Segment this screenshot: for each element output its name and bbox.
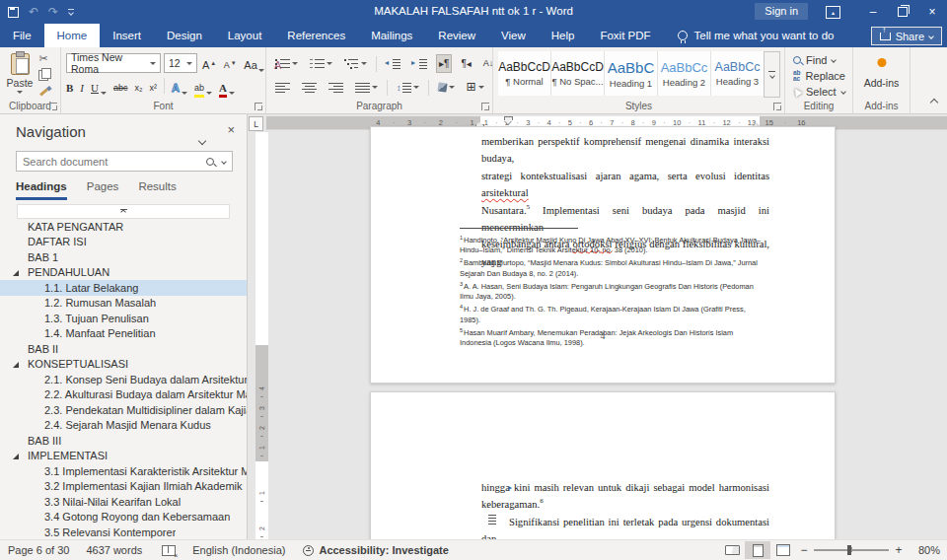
search-options-chevron-icon[interactable] [221, 159, 227, 165]
save-icon[interactable] [8, 7, 19, 18]
nav-tab-headings[interactable]: Headings [16, 180, 67, 200]
nav-tab-results[interactable]: Results [138, 180, 176, 200]
line-spacing-button[interactable]: ↕ [394, 79, 422, 97]
superscript-button[interactable]: x² [149, 82, 157, 95]
zoom-slider[interactable] [814, 549, 889, 551]
decrease-indent-button[interactable] [383, 55, 403, 73]
borders-button[interactable]: ⊞ [464, 78, 487, 97]
jump-to-top-button[interactable] [17, 204, 230, 219]
nav-heading-item[interactable]: IMPLEMENTASI [0, 449, 247, 464]
ribbon-tab-references[interactable]: References [274, 24, 358, 47]
addins-button[interactable]: Add-ins [853, 77, 910, 89]
underline-button[interactable]: U [91, 82, 107, 95]
redo-icon[interactable]: ↷ [48, 6, 58, 18]
nav-heading-item[interactable]: 3.5 Relevansi Kontemporer [0, 525, 247, 540]
nav-heading-item[interactable]: DAFTAR ISI [0, 235, 247, 250]
tab-stop-selector[interactable]: L [249, 116, 263, 131]
justify-button[interactable] [352, 79, 381, 97]
grow-font-button[interactable]: A▲ [200, 54, 218, 72]
highlight-color-button[interactable]: ab [194, 82, 212, 95]
style-card-heading-3[interactable]: AaBbCcHeading 3 [711, 51, 765, 96]
bullets-button[interactable] [272, 55, 301, 73]
accessibility-status[interactable]: Accessibility: Investigate [319, 544, 448, 556]
ltr-direction-button[interactable]: ▸¶ [436, 54, 452, 73]
search-icon[interactable] [206, 158, 214, 166]
share-button[interactable]: Share [871, 27, 942, 45]
restore-button[interactable] [888, 0, 917, 24]
rtl-direction-button[interactable]: ¶◂ [458, 54, 474, 73]
styles-gallery-more-button[interactable] [764, 51, 780, 98]
nav-heading-item[interactable]: PENDAHULUAN [0, 265, 247, 281]
ribbon-tab-mailings[interactable]: Mailings [358, 24, 425, 47]
subscript-button[interactable]: x₂ [134, 82, 142, 95]
zoom-percentage[interactable]: 80% [907, 544, 940, 556]
web-layout-button[interactable] [770, 541, 796, 559]
word-count[interactable]: 4637 words [86, 544, 142, 556]
language-indicator[interactable]: English (Indonesia) [192, 544, 285, 556]
ribbon-tab-help[interactable]: Help [539, 24, 588, 47]
nav-heading-item[interactable]: 3.4 Gotong Royong dan Kebersamaan [0, 510, 247, 525]
strikethrough-button[interactable]: abc [113, 82, 128, 95]
customize-qat-icon[interactable] [68, 9, 74, 15]
copy-icon[interactable] [36, 69, 51, 82]
find-button[interactable]: Find [793, 54, 836, 66]
styles-dialog-launcher-icon[interactable] [773, 103, 781, 110]
navigation-options-chevron-icon[interactable] [199, 130, 205, 148]
nav-heading-item[interactable]: 3.2 Implementasi Kajian Ilmiah Akademik [0, 479, 247, 495]
tell-me-box[interactable]: Tell me what you want to do [678, 24, 835, 47]
shrink-font-button[interactable]: A▼ [221, 54, 239, 72]
change-case-button[interactable]: Aa [242, 54, 265, 72]
sign-in-button[interactable]: Sign in [755, 3, 808, 20]
ribbon-tab-file[interactable]: File [0, 24, 44, 47]
nav-heading-item[interactable]: 3.3 Nilai-Nilai Kearifan Lokal [0, 494, 247, 510]
nav-heading-item[interactable]: 3.1 Implementasi Karakteristik Arsitektu… [0, 463, 247, 479]
numbering-button[interactable] [307, 55, 335, 73]
ribbon-tab-foxit-pdf[interactable]: Foxit PDF [587, 24, 663, 47]
bold-button[interactable]: B [66, 82, 73, 95]
page-indicator[interactable]: Page 6 of 30 [8, 544, 69, 556]
vertical-ruler[interactable]: 4321 12 [255, 132, 268, 540]
nav-heading-item[interactable]: 1.3. Tujuan Penulisan [0, 311, 247, 326]
addin-icon[interactable] [877, 58, 886, 67]
select-button[interactable]: Select [793, 86, 845, 98]
font-color-button[interactable]: A [219, 82, 235, 95]
accessibility-icon[interactable] [303, 545, 314, 556]
nav-heading-item[interactable]: BAB II [0, 341, 247, 357]
nav-heading-item[interactable]: 1.4. Manfaat Penelitian [0, 326, 247, 342]
ribbon-tab-home[interactable]: Home [44, 24, 101, 47]
align-left-button[interactable] [272, 79, 293, 97]
ribbon-tab-layout[interactable]: Layout [215, 24, 275, 47]
collapse-triangle-icon[interactable] [13, 270, 19, 276]
collapse-triangle-icon[interactable] [13, 454, 19, 459]
minimize-button[interactable]: – [858, 0, 888, 24]
zoom-slider-thumb[interactable] [847, 545, 851, 555]
increase-indent-button[interactable] [409, 55, 430, 73]
print-layout-button[interactable] [745, 541, 770, 559]
style-card-heading-1[interactable]: AaBbCHeading 1 [605, 51, 658, 96]
ribbon-tab-view[interactable]: View [488, 24, 539, 47]
italic-button[interactable]: I [80, 82, 84, 95]
cut-icon[interactable]: ✂ [36, 52, 51, 65]
navigation-close-icon[interactable]: × [227, 122, 235, 137]
nav-heading-item[interactable]: 2.2. Akulturasi Budaya dalam Arsitektur … [0, 387, 247, 403]
ribbon-tab-design[interactable]: Design [154, 24, 215, 47]
format-painter-icon[interactable] [36, 86, 51, 99]
proofing-status-icon[interactable] [162, 545, 176, 556]
ribbon-display-options-icon[interactable]: ▴ [826, 6, 840, 19]
style-card--normal[interactable]: AaBbCcD¶ Normal [498, 51, 551, 96]
paragraph-dialog-launcher-icon[interactable] [481, 103, 489, 110]
zoom-in-button[interactable]: + [891, 543, 907, 557]
read-mode-button[interactable] [719, 541, 745, 559]
nav-heading-item[interactable]: 1.2. Rumusan Masalah [0, 296, 247, 312]
ribbon-tab-insert[interactable]: Insert [100, 24, 154, 47]
nav-heading-item[interactable]: 1.1. Latar Belakang [0, 280, 247, 296]
text-effects-button[interactable]: A [172, 82, 187, 95]
nav-heading-item[interactable]: 2.1. Konsep Seni Budaya dalam Arsitektur… [0, 372, 247, 387]
font-size-combobox[interactable]: 12 [164, 53, 197, 73]
document-page-2[interactable]: hingga kini masih relevan untuk dikaji s… [370, 391, 836, 540]
font-name-combobox[interactable]: Times New Roma [66, 53, 161, 73]
style-card--no-spac-[interactable]: AaBbCcD¶ No Spac... [551, 51, 605, 96]
style-card-heading-2[interactable]: AaBbCcHeading 2 [658, 51, 711, 96]
nav-heading-item[interactable]: KONSEPTUALISASI [0, 357, 247, 373]
align-right-button[interactable] [326, 79, 346, 97]
